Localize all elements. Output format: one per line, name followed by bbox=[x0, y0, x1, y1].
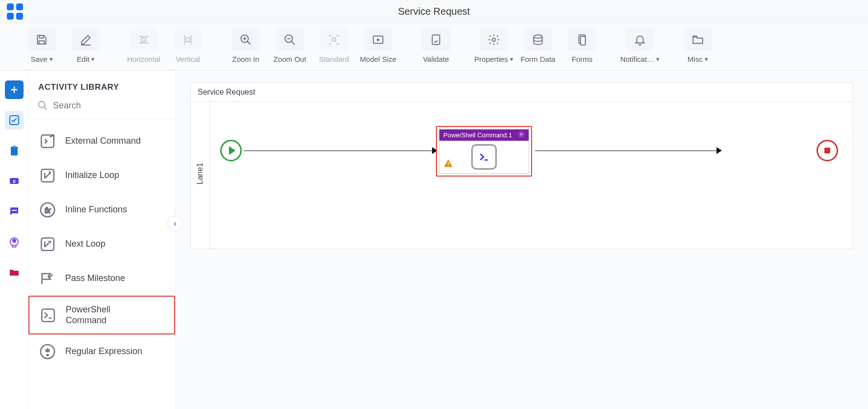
external-command-icon bbox=[39, 132, 56, 150]
search-input[interactable] bbox=[53, 101, 169, 111]
chevron-down-icon: ▾ bbox=[50, 55, 53, 63]
chevron-left-icon: ‹ bbox=[174, 219, 176, 228]
zoom-standard-icon bbox=[320, 28, 348, 51]
rail-support-button[interactable] bbox=[5, 232, 24, 251]
forms-button[interactable]: Forms bbox=[560, 28, 604, 63]
align-horizontal-icon bbox=[129, 28, 158, 51]
lane-header[interactable]: Lane1 bbox=[191, 99, 210, 249]
bell-icon bbox=[626, 28, 654, 51]
svg-rect-1 bbox=[186, 38, 190, 42]
lib-item-label: Pass Milestone bbox=[65, 273, 125, 284]
save-button[interactable]: Save▾ bbox=[20, 28, 64, 63]
lib-item-pass-milestone[interactable]: Pass Milestone bbox=[28, 261, 175, 296]
svg-rect-30 bbox=[448, 162, 449, 165]
zoom-in-button[interactable]: Zoom In bbox=[224, 28, 268, 63]
flow-area: PowerShell Command.1 bbox=[210, 117, 848, 196]
toolbar: Save▾ Edit▾ Horizontal Vertical bbox=[0, 24, 868, 71]
rail-folder-button[interactable] bbox=[5, 263, 24, 281]
svg-rect-14 bbox=[13, 146, 16, 148]
align-horizontal-button[interactable]: Horizontal bbox=[122, 28, 166, 63]
svg-rect-4 bbox=[332, 38, 336, 42]
lane-label: Lane1 bbox=[196, 163, 205, 185]
edit-icon bbox=[72, 28, 100, 51]
svg-point-8 bbox=[492, 38, 496, 42]
database-icon bbox=[524, 28, 552, 51]
activity-list: External Command Initialize Loop fx Inli… bbox=[28, 119, 175, 374]
lib-item-label: Regular Expression bbox=[65, 346, 142, 357]
rail-design-button[interactable] bbox=[5, 111, 24, 129]
lib-item-regular-expression[interactable]: Regular Expression bbox=[28, 334, 175, 369]
canvas-container: Service Request Lane1 PowerShell Command… bbox=[176, 71, 868, 409]
gear-icon[interactable] bbox=[518, 131, 525, 139]
lib-item-next-loop[interactable]: Next Loop bbox=[28, 227, 175, 261]
svg-rect-13 bbox=[11, 147, 18, 155]
canvas-title: Service Request bbox=[191, 83, 853, 102]
svg-rect-11 bbox=[581, 37, 586, 45]
lib-item-powershell-command[interactable]: PowerShell Command bbox=[28, 296, 175, 334]
lib-item-label: Initialize Loop bbox=[65, 170, 119, 181]
lib-item-label: Inline Functions bbox=[65, 204, 127, 215]
next-loop-icon bbox=[39, 235, 56, 253]
chevron-down-icon: ▾ bbox=[91, 55, 95, 63]
zoom-out-icon bbox=[276, 28, 304, 51]
svg-point-28 bbox=[47, 355, 49, 356]
powershell-icon bbox=[471, 144, 497, 170]
title-bar: Service Request bbox=[0, 0, 868, 24]
app-grid-icon[interactable] bbox=[7, 3, 24, 20]
activity-powershell-command[interactable]: PowerShell Command.1 bbox=[436, 126, 532, 177]
svg-rect-31 bbox=[448, 165, 449, 166]
rail-add-button[interactable] bbox=[5, 80, 24, 99]
pass-milestone-icon bbox=[39, 270, 56, 287]
activity-search[interactable] bbox=[28, 97, 175, 119]
zoom-in-icon bbox=[231, 28, 260, 51]
align-vertical-button[interactable]: Vertical bbox=[166, 28, 210, 63]
validate-button[interactable]: Validate bbox=[414, 28, 458, 63]
gear-icon bbox=[480, 28, 508, 51]
search-icon bbox=[37, 100, 48, 111]
activity-library-sidebar: ‹ ACTIVITY LIBRARY External Command Init… bbox=[28, 71, 176, 409]
svg-point-9 bbox=[534, 35, 542, 38]
zoom-standard-button[interactable]: Standard bbox=[312, 28, 356, 63]
edge-activity-to-end[interactable] bbox=[535, 151, 719, 151]
arrow-icon bbox=[716, 147, 722, 154]
rail-clipboard-button[interactable] bbox=[5, 141, 24, 160]
form-data-button[interactable]: Form Data bbox=[516, 28, 560, 63]
inline-functions-icon: fx bbox=[39, 201, 56, 219]
svg-text:II: II bbox=[13, 179, 15, 184]
align-vertical-icon bbox=[174, 28, 202, 51]
notifications-button[interactable]: Notificat…▾ bbox=[618, 28, 662, 63]
svg-text:fx: fx bbox=[45, 206, 51, 214]
lib-item-initialize-loop[interactable]: Initialize Loop bbox=[28, 158, 175, 193]
start-node[interactable] bbox=[220, 140, 242, 161]
workflow-canvas[interactable]: Service Request Lane1 PowerShell Command… bbox=[190, 82, 853, 249]
svg-point-29 bbox=[520, 133, 522, 135]
end-node[interactable] bbox=[817, 140, 838, 161]
svg-rect-7 bbox=[432, 35, 439, 45]
edit-button[interactable]: Edit▾ bbox=[64, 28, 108, 63]
svg-point-19 bbox=[13, 239, 16, 242]
initialize-loop-icon bbox=[39, 167, 56, 184]
lib-item-label: Next Loop bbox=[65, 239, 105, 250]
zoom-out-button[interactable]: Zoom Out bbox=[268, 28, 312, 63]
save-icon bbox=[27, 28, 56, 51]
edge-start-to-activity[interactable] bbox=[244, 151, 435, 151]
model-size-button[interactable]: Model Size bbox=[356, 28, 400, 63]
main-area: II ‹ ACTIVITY LIBRARY External Command bbox=[0, 71, 868, 409]
chevron-down-icon: ▾ bbox=[510, 55, 513, 63]
powershell-icon bbox=[39, 307, 57, 324]
rail-variables-button[interactable]: II bbox=[5, 172, 24, 190]
folder-icon bbox=[684, 28, 712, 51]
regex-icon bbox=[39, 343, 56, 360]
properties-button[interactable]: Properties▾ bbox=[472, 28, 516, 63]
sidebar-title: ACTIVITY LIBRARY bbox=[28, 71, 175, 97]
lib-item-label: External Command bbox=[65, 136, 141, 147]
chevron-down-icon: ▾ bbox=[656, 55, 660, 63]
svg-point-6 bbox=[377, 39, 379, 40]
rail-chat-button[interactable] bbox=[5, 202, 24, 221]
misc-button[interactable]: Misc▾ bbox=[676, 28, 720, 63]
lib-item-label: PowerShell Command bbox=[66, 305, 144, 326]
sidebar-collapse-button[interactable]: ‹ bbox=[167, 216, 183, 231]
lib-item-external-command[interactable]: External Command bbox=[28, 124, 175, 158]
lib-item-inline-functions[interactable]: fx Inline Functions bbox=[28, 193, 175, 227]
svg-point-20 bbox=[39, 102, 45, 108]
